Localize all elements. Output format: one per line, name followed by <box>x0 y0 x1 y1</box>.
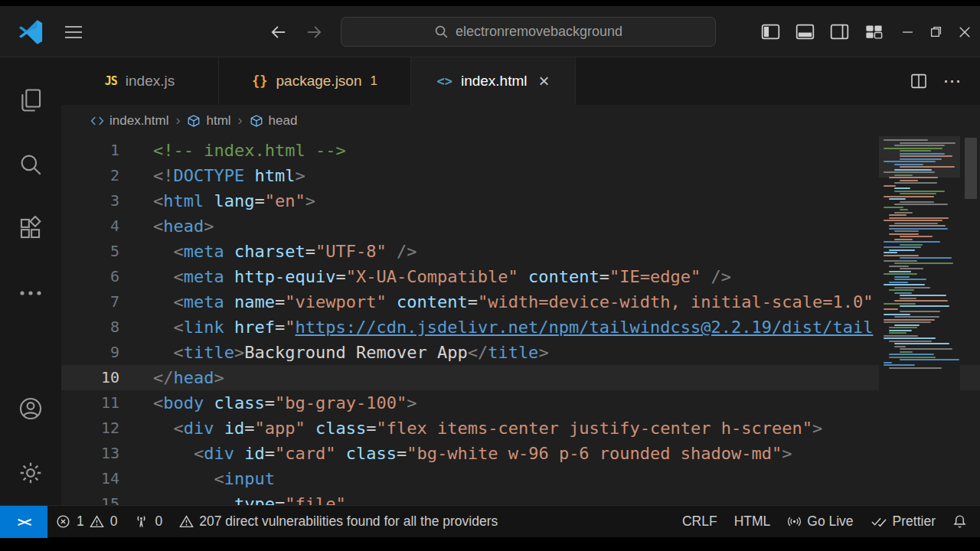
toggle-sidebar-icon[interactable] <box>755 6 786 57</box>
minimap-line <box>884 246 921 248</box>
warning-icon <box>179 514 194 529</box>
code-text: <!DOCTYPE html> <box>119 163 305 188</box>
minimap-line <box>884 284 925 285</box>
code-text: <body class="bg-gray-100"> <box>119 390 416 416</box>
menu-icon[interactable] <box>58 6 89 57</box>
radio-tower-icon <box>134 514 149 529</box>
tab-index-js[interactable]: JS index.js <box>61 57 219 105</box>
additional-views-icon[interactable] <box>0 261 61 325</box>
editor-more-actions-icon[interactable]: ⋯ <box>939 67 966 95</box>
search-query-text: electronremovebackground <box>456 24 622 40</box>
minimap-line <box>894 230 919 232</box>
code-line-15[interactable]: 15 type="file" <box>61 491 980 505</box>
line-number: 11 <box>61 390 119 416</box>
code-text: <html lang="en"> <box>119 188 315 214</box>
code-line-14[interactable]: 14 <input <box>61 466 980 491</box>
minimap-line <box>889 341 932 342</box>
code-line-2[interactable]: 2<!DOCTYPE html> <box>61 163 980 188</box>
breadcrumb-item-html[interactable]: html <box>187 113 230 129</box>
code-line-8[interactable]: 8 <link href="https://cdn.jsdelivr.net/n… <box>61 315 980 340</box>
tab-index-html[interactable]: <> index.html × <box>411 57 576 105</box>
close-window-icon[interactable] <box>950 6 978 57</box>
code-line-11[interactable]: 11<body class="bg-gray-100"> <box>61 390 980 416</box>
code-line-10[interactable]: 10</head> <box>61 365 980 390</box>
minimap-line <box>889 249 915 251</box>
code-lines: 1<!-- index.html -->2<!DOCTYPE html>3<ht… <box>61 138 980 505</box>
search-panel-icon[interactable] <box>0 132 61 197</box>
code-line-12[interactable]: 12 <div id="app" class="flex items-cente… <box>61 416 980 441</box>
warning-icon <box>90 514 104 529</box>
breadcrumb-item-file[interactable]: index.html <box>90 113 168 129</box>
minimap-line <box>894 187 910 189</box>
code-line-9[interactable]: 9 <title>Background Remover App</title> <box>61 340 980 365</box>
minimap-line <box>884 335 918 337</box>
extensions-icon[interactable] <box>0 197 61 261</box>
tab-bar: JS index.js {} package.json 1 <> index.h… <box>61 57 980 105</box>
minimap-line <box>894 182 937 184</box>
line-number: 1 <box>61 138 119 163</box>
minimap-line <box>884 314 910 315</box>
minimap-line <box>894 343 949 344</box>
minimap-line <box>894 279 926 280</box>
search-box[interactable]: electronremovebackground <box>341 17 716 47</box>
minimap-line <box>884 308 898 310</box>
tab-label: index.js <box>126 73 175 90</box>
minimap-line <box>900 351 913 353</box>
code-text: <title>Background Remover App</title> <box>119 340 549 365</box>
settings-gear-icon[interactable] <box>0 441 61 505</box>
vscode-logo <box>14 6 47 57</box>
code-line-1[interactable]: 1<!-- index.html --> <box>61 138 980 163</box>
minimap-line <box>900 142 956 144</box>
minimap-line <box>889 357 936 358</box>
code-line-7[interactable]: 7 <meta name="viewport" content="width=d… <box>61 289 980 315</box>
problems-indicator[interactable]: 1 0 <box>47 506 126 538</box>
go-live-button[interactable]: Go Live <box>779 506 861 538</box>
minimap-line <box>889 217 949 219</box>
prettier-button[interactable]: Prettier <box>862 506 944 538</box>
customize-layout-icon[interactable] <box>858 6 889 57</box>
forward-icon[interactable] <box>300 6 328 57</box>
toggle-secondary-sidebar-icon[interactable] <box>824 6 854 57</box>
minimap-line <box>889 266 909 267</box>
breadcrumb-item-head[interactable]: head <box>250 113 298 129</box>
code-editor[interactable]: 1<!-- index.html -->2<!DOCTYPE html>3<ht… <box>61 136 980 505</box>
back-icon[interactable] <box>265 6 292 57</box>
vertical-scrollbar-thumb[interactable] <box>965 138 977 199</box>
broadcast-icon <box>787 514 802 529</box>
javascript-file-icon: JS <box>105 74 117 88</box>
ports-indicator[interactable]: 0 <box>126 506 171 538</box>
breadcrumb: index.html › html › head <box>61 105 980 136</box>
line-number: 4 <box>61 214 119 239</box>
minimap-line <box>894 292 912 294</box>
code-text: <input <box>119 466 275 491</box>
notifications-bell-icon[interactable] <box>944 506 975 538</box>
code-text: <!-- index.html --> <box>119 138 346 163</box>
minimap-line <box>894 223 938 224</box>
minimap-line <box>889 332 906 334</box>
split-editor-icon[interactable] <box>905 67 933 95</box>
code-text: <div id="app" class="flex items-center j… <box>119 416 822 441</box>
language-mode[interactable]: HTML <box>726 506 779 538</box>
minimize-icon[interactable] <box>893 6 922 57</box>
minimap-line <box>889 330 912 331</box>
code-line-4[interactable]: 4<head> <box>61 214 980 239</box>
minimap-line <box>900 244 923 246</box>
code-line-3[interactable]: 3<html lang="en"> <box>61 188 980 214</box>
code-line-6[interactable]: 6 <meta http-equiv="X-UA-Compatible" con… <box>61 264 980 289</box>
vulnerabilities-warning[interactable]: 207 direct vulnerabilities found for all… <box>171 506 506 538</box>
code-line-5[interactable]: 5 <meta charset="UTF-8" /> <box>61 239 980 264</box>
account-icon[interactable] <box>0 377 61 441</box>
line-number: 3 <box>61 188 119 214</box>
tab-package-json[interactable]: {} package.json 1 <box>219 57 411 105</box>
search-icon <box>434 24 449 39</box>
toggle-panel-icon[interactable] <box>789 6 820 57</box>
minimap-line <box>894 169 932 171</box>
close-tab-icon[interactable]: × <box>539 72 550 90</box>
remote-indicator[interactable]: >< <box>0 506 47 538</box>
restore-icon[interactable] <box>922 6 950 57</box>
code-line-13[interactable]: 13 <div id="card" class="bg-white w-96 p… <box>61 441 980 466</box>
remote-icon: >< <box>18 514 30 530</box>
explorer-icon[interactable] <box>0 68 61 132</box>
eol-indicator[interactable]: CRLF <box>674 506 726 538</box>
minimap[interactable] <box>879 136 960 505</box>
